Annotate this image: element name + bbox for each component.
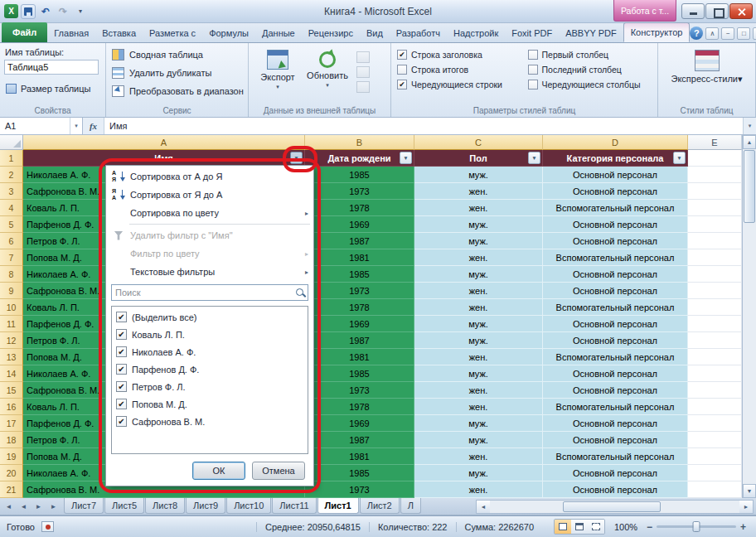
checkbox-header-row[interactable]: ✔Строка заголовка bbox=[397, 50, 521, 60]
export-button[interactable]: Экспорт▾ bbox=[253, 46, 303, 105]
refresh-button[interactable]: Обновить▾ bbox=[303, 46, 352, 105]
minimize-button[interactable] bbox=[681, 3, 705, 19]
remove-duplicates-button[interactable]: Удалить дубликаты bbox=[110, 64, 244, 82]
scroll-down-icon[interactable]: ▼ bbox=[743, 484, 756, 498]
cell-gender[interactable]: жен. bbox=[414, 382, 543, 399]
cell-year[interactable]: 1969 bbox=[305, 415, 414, 432]
column-header-d[interactable]: D bbox=[543, 135, 688, 150]
cell-empty[interactable] bbox=[688, 200, 742, 216]
row-number[interactable]: 5 bbox=[0, 216, 23, 233]
row-number[interactable]: 13 bbox=[0, 349, 23, 365]
checkbox-banded-rows[interactable]: ✔Чередующиеся строки bbox=[397, 80, 521, 90]
cell-year[interactable]: 1985 bbox=[305, 167, 414, 183]
cell-category[interactable]: Вспомогательный персонал bbox=[543, 249, 688, 266]
scroll-right-icon[interactable]: ► bbox=[739, 501, 753, 513]
filter-list-item[interactable]: ✔Парфенов Д. Ф. bbox=[114, 360, 306, 378]
filter-list-item[interactable]: ✔Николаев А. Ф. bbox=[114, 343, 306, 360]
name-box[interactable]: A1 ▾ bbox=[0, 118, 83, 134]
qat-menu-button[interactable]: ▾ bbox=[73, 4, 88, 19]
undo-button[interactable]: ↶ bbox=[38, 4, 53, 19]
cell-category[interactable]: Вспомогательный персонал bbox=[543, 448, 688, 465]
row-number[interactable]: 10 bbox=[0, 299, 23, 316]
last-sheet-icon[interactable]: ► bbox=[46, 500, 61, 513]
row-number[interactable]: 2 bbox=[0, 167, 23, 183]
first-sheet-icon[interactable]: ◄ bbox=[2, 500, 16, 513]
cell-category[interactable]: Основной персонал bbox=[543, 481, 688, 498]
sheet-tab-sheet7[interactable]: Лист7 bbox=[64, 498, 104, 514]
row-number[interactable]: 1 bbox=[0, 150, 23, 167]
quick-styles-button[interactable]: Экспресс-стили▾ bbox=[662, 46, 751, 105]
row-number[interactable]: 7 bbox=[0, 249, 23, 266]
cell-category[interactable]: Основной персонал bbox=[543, 432, 688, 448]
table-name-input[interactable] bbox=[4, 60, 99, 75]
tab-insert[interactable]: Вставка bbox=[95, 24, 143, 42]
row-number[interactable]: 21 bbox=[0, 481, 23, 498]
page-layout-view-button[interactable] bbox=[571, 520, 588, 534]
sheet-tab-sheet10[interactable]: Лист10 bbox=[226, 498, 271, 514]
column-header-e[interactable]: E bbox=[688, 135, 742, 150]
horizontal-scroll-thumb[interactable] bbox=[563, 501, 661, 512]
checkbox-first-column[interactable]: Первый столбец bbox=[528, 50, 652, 60]
cell-year[interactable]: 1969 bbox=[305, 316, 414, 332]
cell-category[interactable]: Основной персонал bbox=[543, 332, 688, 349]
tab-design[interactable]: Конструктор bbox=[623, 22, 691, 42]
cell-year[interactable]: 1981 bbox=[305, 448, 414, 465]
column-header-a[interactable]: A bbox=[23, 135, 305, 150]
column-header-b[interactable]: B bbox=[305, 135, 414, 150]
vertical-scroll-thumb[interactable] bbox=[744, 150, 755, 223]
filter-button-d[interactable]: ▼ bbox=[673, 152, 686, 164]
resize-table-button[interactable]: Размер таблицы bbox=[4, 82, 101, 95]
row-number[interactable]: 8 bbox=[0, 266, 23, 283]
row-number[interactable]: 4 bbox=[0, 200, 23, 216]
cell-empty[interactable] bbox=[688, 233, 742, 249]
cell-category[interactable]: Основной персонал bbox=[543, 382, 688, 399]
menu-item-sort-az[interactable]: АЯ Сортировка от А до Я bbox=[108, 167, 312, 186]
cell-gender[interactable]: жен. bbox=[414, 283, 543, 299]
row-number[interactable]: 3 bbox=[0, 183, 23, 200]
cell-category[interactable]: Основной персонал bbox=[543, 465, 688, 481]
redo-button[interactable]: ↷ bbox=[56, 4, 70, 19]
checkbox-total-row[interactable]: Строка итогов bbox=[397, 65, 521, 75]
maximize-button[interactable] bbox=[705, 3, 729, 19]
cell-empty[interactable] bbox=[688, 316, 742, 332]
tab-data[interactable]: Данные bbox=[255, 24, 302, 42]
cell-category[interactable]: Основной персонал bbox=[543, 316, 688, 332]
cell-gender[interactable]: муж. bbox=[414, 465, 543, 481]
cell-gender[interactable]: муж. bbox=[414, 316, 543, 332]
cell-category[interactable]: Вспомогательный персонал bbox=[543, 200, 688, 216]
save-button[interactable] bbox=[21, 4, 36, 19]
workbook-restore-button[interactable]: □ bbox=[737, 27, 750, 40]
help-icon[interactable]: ? bbox=[690, 27, 703, 40]
cell-gender[interactable]: муж. bbox=[414, 167, 543, 183]
cell-empty[interactable] bbox=[688, 183, 742, 200]
cell-year[interactable]: 1985 bbox=[305, 266, 414, 283]
cell-empty[interactable] bbox=[688, 465, 742, 481]
sheet-tab-sheet-cut[interactable]: Л bbox=[400, 498, 421, 514]
expand-formula-bar-icon[interactable]: ▾ bbox=[743, 118, 756, 134]
tab-foxit-pdf[interactable]: Foxit PDF bbox=[505, 24, 559, 42]
row-number[interactable]: 9 bbox=[0, 283, 23, 299]
cell-year[interactable]: 1973 bbox=[305, 382, 414, 399]
cell-empty[interactable] bbox=[688, 266, 742, 283]
cell-category[interactable]: Основной персонал bbox=[543, 216, 688, 233]
cell-empty[interactable] bbox=[688, 216, 742, 233]
cell-year[interactable]: 1969 bbox=[305, 216, 414, 233]
cell-empty[interactable] bbox=[688, 249, 742, 266]
cell-gender[interactable]: муж. bbox=[414, 233, 543, 249]
cell-empty[interactable] bbox=[688, 349, 742, 365]
sheet-tab-sheet8[interactable]: Лист8 bbox=[145, 498, 185, 514]
cell-year[interactable]: 1973 bbox=[305, 183, 414, 200]
cell-year[interactable]: 1981 bbox=[305, 349, 414, 365]
cell-empty[interactable] bbox=[688, 481, 742, 498]
cell-gender[interactable]: жен. bbox=[414, 481, 543, 498]
row-number[interactable]: 14 bbox=[0, 365, 23, 382]
cell-empty[interactable] bbox=[688, 399, 742, 415]
cell-empty[interactable] bbox=[688, 382, 742, 399]
cell-year[interactable]: 1978 bbox=[305, 299, 414, 316]
cell-year[interactable]: 1987 bbox=[305, 332, 414, 349]
cell-year[interactable]: 1973 bbox=[305, 481, 414, 498]
zoom-slider[interactable]: − + bbox=[647, 521, 746, 533]
workbook-minimize-button[interactable]: − bbox=[721, 27, 734, 40]
cell-category[interactable]: Основной персонал bbox=[543, 167, 688, 183]
cell-gender[interactable]: жен. bbox=[414, 448, 543, 465]
